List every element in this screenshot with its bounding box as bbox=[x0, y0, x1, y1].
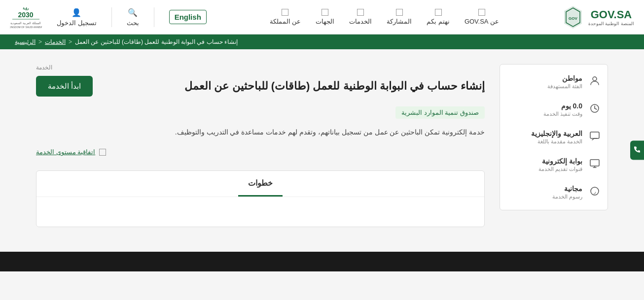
clock-icon bbox=[588, 103, 600, 116]
gov-sa-text: GOV.SA bbox=[588, 8, 634, 21]
service-main-area: الخدمة ابدأ الخدمة إنشاء حساب في البوابة… bbox=[36, 64, 485, 237]
svg-text:ر: ر bbox=[593, 189, 596, 195]
sidebar-text-channel: بوابة إلكترونية قنوات تقديم الخدمة bbox=[538, 157, 582, 172]
person-icon bbox=[588, 75, 600, 89]
service-sidebar: مواطن الفئة المستهدفة 0.0 يوم وقت تنفيذ … bbox=[500, 64, 608, 210]
svg-rect-11 bbox=[590, 160, 599, 166]
search-label: بحث bbox=[127, 19, 139, 27]
provider-wrapper: صندوق تنمية الموارد البشرية bbox=[36, 106, 485, 126]
care-checkbox bbox=[435, 9, 442, 16]
login-label: تسجيل الدخول bbox=[57, 19, 97, 27]
entities-label: الجهات bbox=[316, 18, 334, 25]
svg-text:رؤية: رؤية bbox=[23, 6, 29, 10]
kingdom-label: عن المملكة bbox=[270, 18, 301, 25]
nav-participation[interactable]: المشاركة bbox=[387, 9, 412, 25]
main-content: مواطن الفئة المستهدفة 0.0 يوم وقت تنفيذ … bbox=[26, 64, 618, 237]
about-gov-label: عن GOV.SA bbox=[465, 18, 499, 25]
participation-label: المشاركة bbox=[387, 18, 412, 25]
channel-sublabel: قنوات تقديم الخدمة bbox=[538, 166, 582, 172]
entities-checkbox bbox=[322, 9, 328, 16]
sidebar-text-fees: مجانية رسوم الخدمة bbox=[552, 185, 582, 200]
about-gov-checkbox bbox=[478, 9, 485, 16]
nav-about-gov[interactable]: عن GOV.SA bbox=[465, 9, 499, 25]
sla-link-text: اتفاقية مستوى الخدمة bbox=[36, 148, 95, 156]
fees-label: مجانية bbox=[552, 185, 582, 193]
services-checkbox bbox=[357, 9, 364, 16]
target-label: مواطن bbox=[547, 74, 582, 82]
svg-text:2030: 2030 bbox=[18, 11, 33, 19]
search-icon: 🔍 bbox=[128, 8, 138, 17]
nav-search[interactable]: 🔍 بحث bbox=[127, 8, 139, 27]
side-contact-button[interactable] bbox=[630, 140, 644, 160]
fees-sublabel: رسوم الخدمة bbox=[552, 194, 582, 200]
sidebar-item-fees: ر مجانية رسوم الخدمة bbox=[507, 185, 600, 200]
gov-logo: GOV.SA المنصة الوطنية الموحدة GOV bbox=[562, 5, 634, 30]
nav-kingdom[interactable]: عن المملكة bbox=[270, 9, 301, 25]
vision-2030-logo: رؤية 2030 المملكة العربية السعودية KINGD… bbox=[10, 3, 42, 31]
target-sublabel: الفئة المستهدفة bbox=[547, 83, 582, 90]
steps-section: خطوات bbox=[36, 170, 485, 227]
gov-logo-text: GOV.SA المنصة الوطنية الموحدة GOV bbox=[562, 5, 634, 30]
start-service-button[interactable]: ابدأ الخدمة bbox=[36, 76, 93, 97]
sla-link[interactable]: اتفاقية مستوى الخدمة bbox=[36, 148, 485, 156]
sidebar-text-target: مواطن الفئة المستهدفة bbox=[547, 74, 582, 90]
participation-checkbox bbox=[396, 9, 403, 16]
service-title: إنشاء حساب في البوابة الوطنية للعمل (طاق… bbox=[103, 80, 485, 93]
care-label: نهتم بكم bbox=[427, 18, 450, 25]
kingdom-checkbox bbox=[282, 9, 288, 16]
services-label: الخدمات bbox=[349, 18, 372, 25]
breadcrumb-home[interactable]: الرئيسية bbox=[15, 38, 36, 45]
sidebar-item-channel: بوابة إلكترونية قنوات تقديم الخدمة bbox=[507, 157, 600, 172]
gov-sa-emblem: GOV bbox=[562, 5, 584, 30]
svg-rect-10 bbox=[590, 132, 599, 138]
svg-text:KINGDOM OF SAUDI ARABIA: KINGDOM OF SAUDI ARABIA bbox=[10, 26, 42, 29]
nav-login[interactable]: 👤 تسجيل الدخول bbox=[57, 8, 97, 27]
breadcrumb: إنشاء حساب في البوابة الوطنية للعمل (طاق… bbox=[0, 34, 644, 49]
chat-icon bbox=[588, 131, 600, 144]
money-icon: ر bbox=[588, 186, 600, 199]
content-layout: مواطن الفئة المستهدفة 0.0 يوم وقت تنفيذ … bbox=[36, 64, 608, 237]
provider-tag[interactable]: صندوق تنمية الموارد البشرية bbox=[395, 106, 485, 119]
sidebar-item-language: العربية والإنجليزية الخدمة مقدمة باللغة bbox=[507, 130, 600, 145]
steps-header-wrapper: خطوات bbox=[36, 171, 484, 197]
top-nav-left: English 🔍 بحث 👤 تسجيل الدخول رؤية 2030 ا… bbox=[10, 3, 207, 31]
nav-entities[interactable]: الجهات bbox=[316, 9, 334, 25]
main-nav: عن GOV.SA نهتم بكم المشاركة الخدمات الجه… bbox=[270, 9, 500, 25]
svg-text:المملكة العربية السعودية: المملكة العربية السعودية bbox=[10, 22, 40, 25]
sidebar-item-time: 0.0 يوم وقت تنفيذ الخدمة bbox=[507, 102, 600, 117]
monitor-icon bbox=[588, 158, 600, 171]
user-icon: 👤 bbox=[72, 8, 81, 17]
language-label: العربية والإنجليزية bbox=[531, 130, 582, 137]
steps-content-placeholder bbox=[36, 197, 484, 227]
breadcrumb-services[interactable]: الخدمات bbox=[45, 38, 66, 45]
service-header: ابدأ الخدمة إنشاء حساب في البوابة الوطني… bbox=[36, 76, 485, 97]
svg-line-9 bbox=[595, 108, 597, 109]
language-sublabel: الخدمة مقدمة باللغة bbox=[531, 138, 582, 145]
channel-label: بوابة إلكترونية bbox=[538, 157, 582, 165]
steps-header: خطوات bbox=[238, 171, 283, 197]
sidebar-text-time: 0.0 يوم وقت تنفيذ الخدمة bbox=[543, 102, 582, 117]
nav-divider-2 bbox=[111, 7, 112, 27]
service-description: خدمة إلكترونية تمكن الباحثين عن عمل من ت… bbox=[36, 126, 485, 138]
service-section-label: الخدمة bbox=[36, 64, 485, 71]
breadcrumb-current: إنشاء حساب في البوابة الوطنية للعمل (طاق… bbox=[75, 38, 238, 45]
vision-logo-area: رؤية 2030 المملكة العربية السعودية KINGD… bbox=[10, 3, 42, 31]
svg-point-6 bbox=[593, 77, 597, 81]
svg-text:GOV: GOV bbox=[569, 16, 577, 21]
phone-icon bbox=[633, 145, 641, 153]
time-label: 0.0 يوم bbox=[543, 102, 582, 110]
time-sublabel: وقت تنفيذ الخدمة bbox=[543, 111, 582, 117]
nav-divider-1 bbox=[154, 7, 154, 27]
breadcrumb-sep-2: < bbox=[69, 38, 72, 45]
bottom-bar bbox=[0, 252, 644, 271]
gov-sa-subtitle: المنصة الوطنية الموحدة bbox=[588, 21, 634, 26]
sidebar-text-language: العربية والإنجليزية الخدمة مقدمة باللغة bbox=[531, 130, 582, 145]
top-navigation: GOV.SA المنصة الوطنية الموحدة GOV عن GOV… bbox=[0, 0, 644, 34]
language-toggle[interactable]: English bbox=[169, 10, 207, 24]
sidebar-item-target: مواطن الفئة المستهدفة bbox=[507, 74, 600, 90]
sla-checkbox-icon bbox=[99, 149, 106, 156]
nav-services[interactable]: الخدمات bbox=[349, 9, 372, 25]
breadcrumb-sep-1: < bbox=[38, 38, 42, 45]
nav-care[interactable]: نهتم بكم bbox=[427, 9, 450, 25]
